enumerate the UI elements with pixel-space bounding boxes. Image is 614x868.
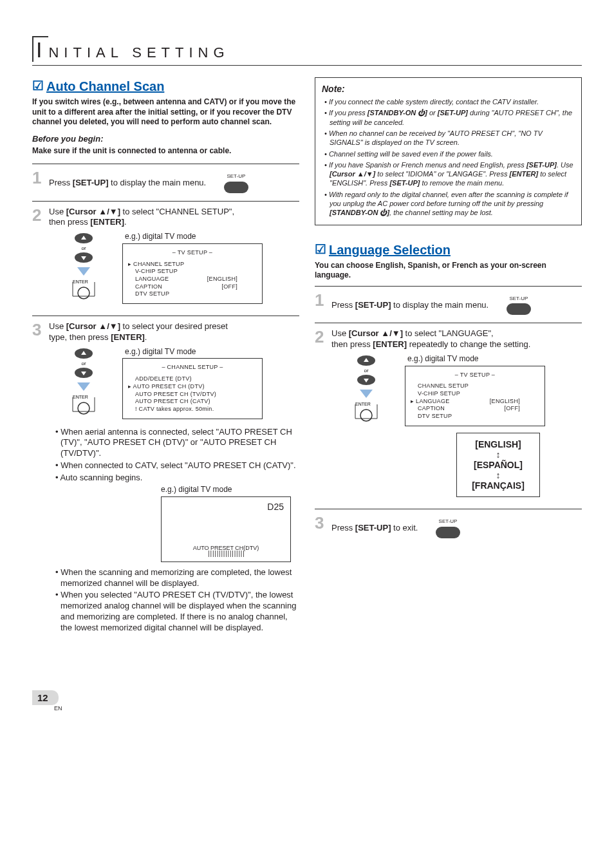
note-text: or — [427, 109, 438, 117]
cursor-button-ref: [Cursor ▲/▼] — [349, 328, 403, 338]
step-text: to display the main menu. — [391, 299, 488, 309]
step-text: Use — [49, 321, 66, 331]
svg-text:or: or — [81, 361, 86, 366]
remote-label: SET-UP — [436, 518, 460, 525]
svg-marker-21 — [360, 390, 373, 398]
svg-text:or: or — [81, 245, 86, 251]
bullet: • When aerial antenna is connected, sele… — [55, 427, 299, 460]
note-item: • If you press [STANDBY-ON ⏻] or [SET-UP… — [322, 108, 575, 127]
check-icon: ☑ — [32, 77, 44, 94]
menu-value: [ENGLISH] — [207, 276, 237, 283]
menu-item: CHANNEL SETUP — [411, 382, 539, 390]
cursor-button-ref: [Cursor ▲/▼] — [66, 207, 120, 216]
menu-item: ADD/DELETE (DTV) — [128, 375, 257, 383]
lang-option: [ENGLISH] — [460, 439, 537, 450]
remote-cursor-cluster: or ENTER — [64, 232, 103, 303]
example-label: e.g.) digital TV mode — [161, 485, 299, 495]
step-number: 2 — [315, 328, 331, 505]
setup-remote-button: SET-UP — [436, 518, 460, 538]
note-item: • With regard only to the digital channe… — [322, 190, 575, 218]
svg-text:ENTER: ENTER — [73, 279, 88, 284]
header-first-letter: I — [32, 36, 48, 62]
note-title: Note: — [322, 83, 575, 95]
setup-button-ref: [SET-UP] — [73, 178, 109, 187]
step-text: . — [145, 332, 147, 342]
remote-button-icon — [224, 182, 248, 193]
before-you-begin-text: Make sure if the unit is connected to an… — [32, 146, 299, 156]
bullet: • When the scanning and memorizing are c… — [55, 567, 299, 589]
svg-point-7 — [78, 287, 89, 299]
setup-button-ref: [SET-UP] — [438, 109, 468, 117]
note-box: Note: • If you connect the cable system … — [315, 77, 582, 225]
svg-marker-13 — [77, 382, 90, 391]
cycle-arrow-icon: ↕ — [460, 450, 537, 459]
divider — [32, 164, 299, 164]
channel-setup-menu: – CHANNEL SETUP – ADD/DELETE (DTV) AUTO … — [122, 358, 263, 419]
step-number: 3 — [315, 514, 331, 542]
bullet: • When you selected "AUTO PRESET CH (TV/… — [55, 590, 299, 634]
step-text: repeatedly to change the setting. — [407, 339, 530, 349]
step-text: Use — [331, 328, 349, 338]
note-item: • If you have Spanish or French menus an… — [322, 160, 575, 188]
auto-scan-intro: If you switch wires (e.g., between anten… — [32, 97, 299, 127]
right-column: Note: • If you connect the cable system … — [315, 77, 582, 639]
bullet: • Auto scanning begins. — [55, 473, 299, 484]
setup-button-ref: [SET-UP] — [526, 161, 557, 169]
svg-text:ENTER: ENTER — [73, 395, 88, 399]
language-cycle: [ENGLISH] ↕ [ESPAÑOL] ↕ [FRANÇAIS] — [456, 433, 540, 498]
step-text: Press — [331, 299, 355, 309]
menu-item: AUTO PRESET CH (CATV) — [128, 398, 257, 406]
step3-bullets-2: • When the scanning and memorizing are c… — [55, 567, 299, 634]
before-you-begin-label: Before you begin: — [32, 134, 299, 145]
enter-button-ref: [ENTER] — [373, 339, 407, 349]
remote-label: SET-UP — [507, 296, 531, 302]
menu-value: [OFF] — [505, 405, 521, 413]
tv-setup-menu: – TV SETUP – CHANNEL SETUP V-CHIP SETUP … — [405, 366, 545, 426]
step-number: 3 — [32, 321, 49, 635]
remote-label: SET-UP — [224, 173, 248, 180]
cursor-enter-icon: or ENTER — [350, 354, 382, 425]
cursor-button-ref: [Cursor ▲/▼] — [66, 321, 120, 331]
setup-button-ref: [SET-UP] — [355, 523, 391, 533]
step-text: Press — [49, 178, 73, 187]
language-selection-heading: ☑Language Selection — [315, 241, 582, 258]
step-text: then press — [49, 217, 90, 227]
menu-item: V-CHIP SETUP — [128, 268, 257, 276]
divider — [32, 316, 299, 316]
progress-bar: | | | | | | | | | | | | | | | | | — [208, 549, 244, 558]
auto-preset-progress: D25 AUTO PRESET CH(DTV) | | | | | | | | … — [161, 496, 291, 562]
setup-button-ref: [SET-UP] — [389, 179, 420, 187]
note-text: to remove the main menu. — [420, 179, 504, 187]
step-text: to select "CHANNEL SETUP", — [120, 207, 234, 216]
setup-button-ref: [SET-UP] — [355, 299, 391, 309]
menu-key: CAPTION — [418, 405, 445, 411]
page-footer: 12 EN — [32, 690, 582, 713]
note-text: , the channel setting may be lost. — [389, 209, 493, 216]
standby-button-ref: [STANDBY-ON ⏻] — [367, 109, 427, 117]
menu-item: CHANNEL SETUP — [128, 261, 257, 269]
note-text: . Use — [557, 161, 573, 169]
section-header: INITIAL SETTING — [32, 35, 582, 66]
feature-title-text: Auto Channel Scan — [46, 79, 164, 93]
step-text: to select your desired preset — [120, 321, 228, 331]
menu-value: [OFF] — [222, 283, 238, 291]
note-text: • If you have Spanish or French menus an… — [324, 161, 526, 169]
step-text: type, then press — [49, 332, 111, 342]
auto-channel-scan-heading: ☑Auto Channel Scan — [32, 77, 299, 95]
step-text: Use — [49, 207, 66, 216]
menu-title: – TV SETUP – — [128, 249, 257, 257]
channel-number: D25 — [267, 501, 284, 513]
cycle-arrow-icon: ↕ — [460, 471, 537, 480]
right-step2: 2 Use [Cursor ▲/▼] to select "LANGUAGE",… — [315, 328, 582, 505]
note-item: • If you connect the cable system direct… — [322, 97, 575, 106]
right-step1: 1 Press [SET-UP] to display the main men… — [315, 292, 582, 319]
step-text: to select "LANGUAGE", — [403, 328, 494, 338]
divider — [315, 286, 582, 287]
note-text: • With regard only to the digital channe… — [324, 191, 568, 207]
left-step1: 1 Press [SET-UP] to display the main men… — [32, 169, 299, 196]
svg-text:ENTER: ENTER — [355, 402, 371, 406]
lang-option: [FRANÇAIS] — [460, 480, 537, 491]
step-number: 2 — [32, 207, 49, 312]
menu-title: – TV SETUP – — [411, 372, 539, 379]
note-item: • When no channel can be received by "AU… — [322, 129, 575, 147]
